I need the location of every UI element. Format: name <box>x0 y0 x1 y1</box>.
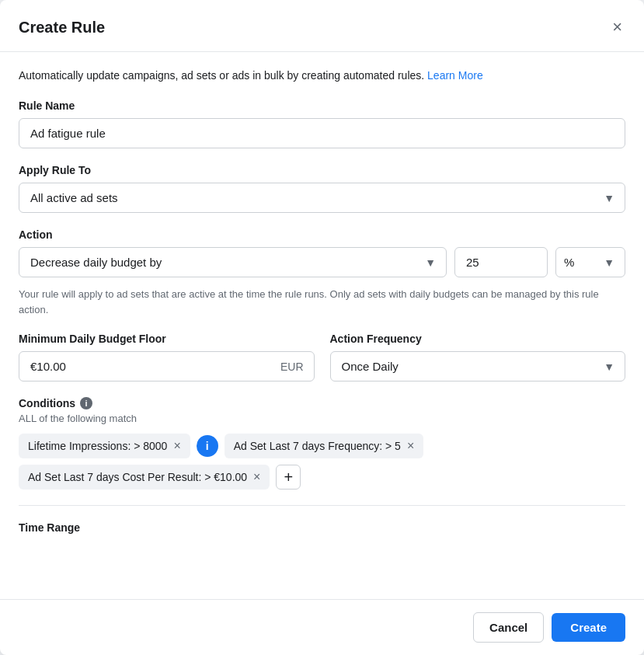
apply-rule-wrapper: All active ad sets All active campaigns … <box>19 183 625 213</box>
modal-body: Automatically update campaigns, ad sets … <box>0 52 644 599</box>
action-frequency-group: Action Frequency Once Daily Every 12 Hou… <box>330 333 626 382</box>
intro-text: Automatically update campaigns, ad sets … <box>19 68 625 84</box>
condition-tag-impressions: Lifetime Impressions: > 8000 × <box>19 434 190 458</box>
conditions-section: Conditions i ALL of the following match … <box>19 397 625 490</box>
action-frequency-label: Action Frequency <box>330 333 626 345</box>
create-button[interactable]: Create <box>552 613 625 642</box>
action-value-wrapper <box>454 247 548 277</box>
apply-rule-select[interactable]: All active ad sets All active campaigns … <box>19 183 625 213</box>
action-value-input[interactable] <box>454 247 548 277</box>
condition-frequency-remove[interactable]: × <box>407 440 414 452</box>
condition-row-2: Ad Set Last 7 days Cost Per Result: > €1… <box>19 465 625 490</box>
action-label: Action <box>19 228 625 241</box>
rule-name-label: Rule Name <box>19 99 625 112</box>
condition-impressions-remove[interactable]: × <box>173 440 180 452</box>
min-budget-label: Minimum Daily Budget Floor <box>19 333 315 345</box>
condition-frequency-text: Ad Set Last 7 days Frequency: > 5 <box>234 440 401 452</box>
budget-frequency-row: Minimum Daily Budget Floor EUR Action Fr… <box>19 333 625 382</box>
action-select-wrapper: Decrease daily budget by Increase daily … <box>19 247 447 277</box>
min-budget-input[interactable] <box>19 351 315 382</box>
action-row: Decrease daily budget by Increase daily … <box>19 247 625 277</box>
time-range-title: Time Range <box>19 521 625 534</box>
condition-row-1: Lifetime Impressions: > 8000 × i Ad Set … <box>19 434 625 458</box>
action-type-select[interactable]: Decrease daily budget by Increase daily … <box>19 247 447 277</box>
condition-tag-frequency: Ad Set Last 7 days Frequency: > 5 × <box>225 434 424 458</box>
add-condition-button[interactable]: + <box>276 465 301 490</box>
conditions-subtitle: ALL of the following match <box>19 413 625 424</box>
time-range-divider <box>19 505 625 506</box>
min-budget-group: Minimum Daily Budget Floor EUR <box>19 333 315 382</box>
modal-footer: Cancel Create <box>0 599 644 655</box>
modal-title: Create Rule <box>19 19 105 37</box>
conditions-title: Conditions <box>19 397 75 409</box>
conditions-header: Conditions i <box>19 397 625 409</box>
rule-name-group: Rule Name <box>19 99 625 148</box>
action-frequency-wrapper: Once Daily Every 12 Hours Every 30 Minut… <box>330 351 626 382</box>
condition-impressions-text: Lifetime Impressions: > 8000 <box>28 440 167 452</box>
create-rule-modal: Create Rule × Automatically update campa… <box>0 0 644 655</box>
unit-select-wrapper: % EUR ▼ <box>555 247 625 277</box>
condition-cost-text: Ad Set Last 7 days Cost Per Result: > €1… <box>28 471 247 483</box>
learn-more-link[interactable]: Learn More <box>427 69 483 82</box>
condition-info-badge[interactable]: i <box>197 435 218 457</box>
modal-header: Create Rule × <box>0 0 644 52</box>
action-group: Action Decrease daily budget by Increase… <box>19 228 625 317</box>
condition-cost-remove[interactable]: × <box>253 471 260 483</box>
apply-rule-group: Apply Rule To All active ad sets All act… <box>19 164 625 213</box>
condition-tag-cost: Ad Set Last 7 days Cost Per Result: > €1… <box>19 465 270 490</box>
conditions-info-icon[interactable]: i <box>80 397 92 409</box>
time-range-section: Time Range <box>19 521 625 534</box>
rule-name-input[interactable] <box>19 118 625 148</box>
action-info-text: Your rule will apply to ad sets that are… <box>19 287 625 317</box>
unit-select[interactable]: % EUR <box>555 247 625 277</box>
apply-rule-label: Apply Rule To <box>19 164 625 176</box>
close-button[interactable]: × <box>609 16 625 39</box>
action-frequency-select[interactable]: Once Daily Every 12 Hours Every 30 Minut… <box>330 351 626 382</box>
euro-input-wrapper: EUR <box>19 351 315 382</box>
cancel-button[interactable]: Cancel <box>473 612 544 643</box>
